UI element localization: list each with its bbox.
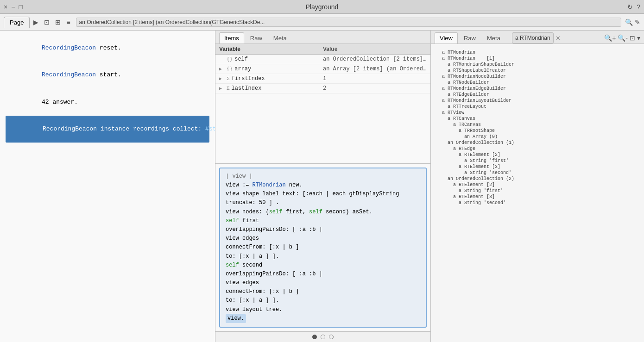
type-badge: {} — [227, 66, 233, 72]
tab-items[interactable]: Items — [219, 32, 244, 44]
inspect-button[interactable]: ⊡ — [42, 18, 51, 27]
kw-recording: RecordingBeacon — [42, 44, 96, 51]
expand-arrow[interactable]: ▶ — [219, 66, 225, 72]
code-line-4: RecordingBeacon instance recordings coll… — [6, 116, 209, 143]
code-line-cb-7: overlappingPairsDo: [ :a :b | — [226, 225, 420, 234]
val-lastIndex: 2 — [323, 85, 427, 92]
viz-text: a RTMondrian a RTMondrian [1] a RTMondri… — [435, 48, 640, 208]
code-line-cb-11: self second — [226, 261, 420, 270]
code-editor-section: | view | view := RTMondrian new. view sh… — [215, 163, 430, 331]
var-name: lastIndex — [232, 85, 262, 92]
search-toolbar-icon[interactable]: 🔍 — [625, 19, 633, 26]
tab-view[interactable]: View — [435, 32, 458, 44]
code-line-cb-6: self first — [226, 217, 420, 225]
tab-raw[interactable]: Raw — [245, 32, 267, 44]
code-line-cb-5: view nodes: (self first, self second) as… — [226, 208, 420, 217]
window-controls[interactable]: × − □ — [4, 3, 23, 11]
var-name: self — [234, 56, 248, 62]
title-bar: × − □ Playground ↻ ? — [0, 0, 644, 14]
table-row[interactable]: {} self an OrderedCollection [2 items] (… — [215, 55, 430, 64]
right-panel-icons: 🔍+ 🔍- ⊡ ▾ — [604, 34, 640, 42]
code-line-cb-15: to: [:x | a ] ]. — [226, 296, 420, 305]
code-line-2: RecordingBeacon start. — [6, 62, 209, 89]
edit-toolbar-icon[interactable]: ✎ — [635, 19, 640, 26]
var-firstIndex: ▶ Σ firstIndex — [219, 75, 323, 82]
kw-recording2: RecordingBeacon — [42, 71, 96, 78]
code-line-cb-9: connectFrom: [:x | b ] — [226, 243, 420, 252]
run-button[interactable]: ▶ — [32, 18, 40, 27]
inspector-header: Variable Value — [215, 44, 430, 55]
code-line-1: RecordingBeacon reset. — [6, 34, 209, 62]
window-title: Playground — [306, 3, 339, 11]
main-layout: Page ▶ ⊡ ⊞ ≡ an OrderedCollection [2 ite… — [0, 14, 644, 342]
header-value: Value — [323, 46, 427, 52]
tab-meta[interactable]: Meta — [268, 32, 292, 44]
var-self: {} self — [219, 56, 323, 62]
path-display: an OrderedCollection [2 items] (an Order… — [76, 18, 621, 27]
dot-2[interactable] — [321, 335, 325, 339]
toolbar: Page ▶ ⊡ ⊞ ≡ an OrderedCollection [2 ite… — [0, 14, 644, 31]
header-variable: Variable — [219, 46, 323, 52]
table-row[interactable]: ▶ {} array an Array [2 items] (an Ordere… — [215, 64, 430, 74]
close-tab-icon[interactable]: ✕ — [556, 35, 561, 42]
fit-icon[interactable]: ⊡ — [630, 34, 635, 42]
code-line-cb-1: | view | — [226, 172, 420, 181]
code-line-cb-10: to: [:x | a ] ]. — [226, 252, 420, 261]
code-line-cb-17: view. — [226, 314, 246, 323]
val-firstIndex: 1 — [323, 75, 427, 82]
mondrian-viz: a RTMondrian a RTMondrian [1] a RTMondri… — [431, 44, 644, 342]
tab-meta-right[interactable]: Meta — [482, 32, 505, 44]
code-line-cb-12: overlappingPairsDo: [ :a :b | — [226, 270, 420, 279]
type-badge-sigma: Σ — [227, 76, 230, 81]
var-lastIndex: ▶ Σ lastIndex — [219, 85, 323, 92]
content-area: RecordingBeacon reset. RecordingBeacon s… — [0, 31, 644, 342]
code-line-cb-8: view edges — [226, 234, 420, 243]
left-panel: RecordingBeacon reset. RecordingBeacon s… — [0, 31, 215, 342]
right-panel: View Raw Meta a RTMondrian ✕ 🔍+ 🔍- ⊡ ▾ a… — [431, 31, 644, 342]
var-array: ▶ {} array — [219, 66, 323, 72]
help-icon[interactable]: ? — [637, 3, 640, 11]
code-block[interactable]: | view | view := RTMondrian new. view sh… — [219, 168, 427, 328]
close-btn[interactable]: × — [4, 3, 7, 11]
code-line-cb-14: connectFrom: [:x | b ] — [226, 287, 420, 296]
inspector-table: Variable Value {} self an OrderedCollect… — [215, 44, 430, 163]
code-line-cb-3: view shape label text: [:each | each gtD… — [226, 190, 420, 199]
refresh-icon[interactable]: ↻ — [627, 3, 633, 11]
code-line-cb-4: truncate: 50 ] . — [226, 199, 420, 207]
table-row[interactable]: ▶ Σ firstIndex 1 — [215, 74, 430, 84]
tab-raw-right[interactable]: Raw — [459, 32, 481, 44]
right-tab-bar: View Raw Meta a RTMondrian ✕ 🔍+ 🔍- ⊡ ▾ — [431, 31, 644, 44]
val-self: an OrderedCollection [2 items] (an Ord..… — [323, 56, 427, 62]
code-area: RecordingBeacon reset. RecordingBeacon s… — [0, 31, 215, 342]
var-name: firstIndex — [232, 75, 265, 82]
code-line-3: 42 answer. — [6, 88, 209, 116]
grid-button[interactable]: ⊞ — [53, 18, 63, 27]
expand-arrow[interactable]: ▶ — [219, 86, 225, 91]
val-array: an Array [2 items] (an OrderedCollectio.… — [323, 66, 427, 72]
maximize-btn[interactable]: □ — [19, 3, 22, 11]
var-name: array — [234, 66, 251, 72]
dot-1[interactable] — [312, 335, 317, 339]
table-row[interactable]: ▶ Σ lastIndex 2 — [215, 84, 430, 93]
rt-mondrian-tab[interactable]: a RTMondrian — [512, 32, 554, 44]
page-tab[interactable]: Page — [4, 17, 30, 28]
middle-panel: Items Raw Meta Variable Value {} self an… — [215, 31, 431, 342]
dot-3[interactable] — [329, 335, 334, 339]
middle-tab-bar: Items Raw Meta — [215, 31, 430, 44]
expand-arrow[interactable] — [219, 57, 225, 62]
expand-arrow[interactable]: ▶ — [219, 76, 225, 81]
zoom-in-icon[interactable]: 🔍+ — [604, 34, 616, 42]
type-badge-sigma2: Σ — [227, 86, 230, 91]
more-icon[interactable]: ▾ — [637, 34, 640, 42]
type-badge: {} — [227, 56, 233, 62]
code-line-cb-2: view := RTMondrian new. — [226, 181, 420, 190]
code-line-cb-13: view edges — [226, 279, 420, 287]
bottom-pagination — [215, 331, 430, 342]
minimize-btn[interactable]: − — [11, 3, 15, 11]
code-line-cb-16: view layout tree. — [226, 305, 420, 314]
title-bar-right: ↻ ? — [627, 3, 640, 11]
zoom-out-icon[interactable]: 🔍- — [618, 34, 628, 42]
right-content: a RTMondrian a RTMondrian [1] a RTMondri… — [431, 44, 644, 342]
menu-button[interactable]: ≡ — [64, 18, 72, 27]
